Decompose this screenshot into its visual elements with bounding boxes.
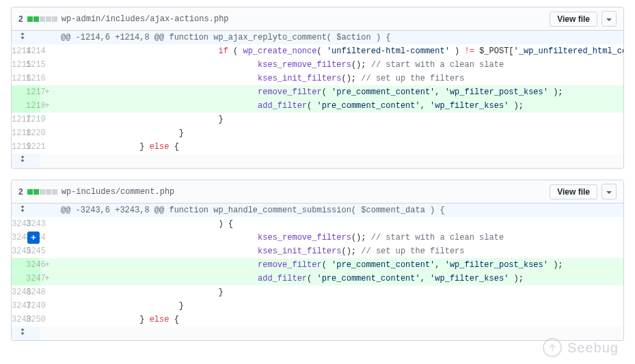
line-number-new[interactable]: 3246 bbox=[26, 258, 40, 272]
diff-line: 1217+ remove_filter( 'pre_comment_conten… bbox=[12, 85, 623, 99]
line-number-new[interactable]: 3244+ bbox=[26, 231, 40, 244]
diff-line: 12171219 } bbox=[12, 113, 623, 126]
line-number-old[interactable]: 1216 bbox=[12, 72, 26, 85]
diff-line: 12191221 } else { bbox=[12, 140, 623, 154]
file-block: 2wp-includes/comment.phpView file@@ -324… bbox=[11, 180, 624, 341]
code-cell: } bbox=[54, 113, 623, 126]
file-block: 2wp-admin/includes/ajax-actions.phpView … bbox=[11, 7, 624, 169]
file-header: 2wp-includes/comment.phpView file bbox=[12, 180, 623, 204]
diff-line: 12161216 kses_init_filters(); // set up … bbox=[12, 72, 623, 85]
diff-line: 1218+ add_filter( 'pre_comment_content',… bbox=[12, 99, 623, 113]
line-number-old[interactable]: 3247 bbox=[12, 299, 26, 313]
line-number-new[interactable]: 3249 bbox=[26, 299, 40, 313]
diffstat bbox=[27, 189, 57, 195]
line-number-old[interactable] bbox=[12, 258, 26, 272]
line-number-new[interactable]: 1219 bbox=[26, 113, 40, 126]
diffstat-added-square bbox=[33, 16, 39, 22]
diff-line: 3247+ add_filter( 'pre_comment_content',… bbox=[12, 272, 623, 285]
expand-row bbox=[12, 154, 623, 167]
line-number-new[interactable]: 1216 bbox=[26, 72, 40, 85]
expand-button[interactable] bbox=[12, 31, 40, 44]
expand-button[interactable] bbox=[12, 326, 40, 340]
line-number-old[interactable]: 3246 bbox=[12, 285, 26, 299]
line-number-old[interactable]: 1215 bbox=[12, 58, 26, 72]
code-cell: add_filter( 'pre_comment_content', 'wp_f… bbox=[54, 272, 623, 285]
expand-icon bbox=[18, 156, 27, 165]
file-options-dropdown[interactable] bbox=[602, 184, 617, 199]
line-number-old[interactable]: 3243 bbox=[12, 217, 26, 231]
diff-line: 32483250 } else { bbox=[12, 313, 623, 326]
diff-line: 12151215 kses_remove_filters(); // start… bbox=[12, 58, 623, 72]
view-file-button[interactable]: View file bbox=[550, 12, 597, 27]
file-path[interactable]: wp-includes/comment.php bbox=[62, 187, 175, 197]
line-number-old[interactable]: 3248 bbox=[12, 313, 26, 326]
expand-button[interactable] bbox=[12, 154, 40, 167]
code-cell: } else { bbox=[54, 313, 623, 326]
change-count: 2 bbox=[18, 14, 23, 24]
expand-button[interactable] bbox=[12, 204, 40, 217]
diff-line: 32433243 ) { bbox=[12, 217, 623, 231]
code-cell: add_filter( 'pre_comment_content', 'wp_f… bbox=[54, 99, 623, 113]
diffstat-neutral-square bbox=[52, 189, 57, 195]
line-number-old[interactable]: 1219 bbox=[12, 140, 26, 154]
code-cell: } bbox=[54, 285, 623, 299]
watermark-text: Seebug bbox=[567, 340, 619, 352]
line-number-new[interactable]: 1215 bbox=[26, 58, 40, 72]
code-cell: } else { bbox=[54, 140, 623, 154]
diffstat-neutral-square bbox=[40, 16, 45, 22]
line-number-old[interactable]: 1214 bbox=[12, 44, 26, 58]
view-file-button[interactable]: View file bbox=[550, 184, 597, 199]
file-options-dropdown[interactable] bbox=[602, 11, 617, 27]
line-number-new[interactable]: 3245 bbox=[26, 244, 40, 258]
line-number-new[interactable]: 3243 bbox=[26, 217, 40, 231]
diffstat-neutral-square bbox=[40, 189, 45, 195]
line-number-old[interactable]: 3245 bbox=[12, 244, 26, 258]
file-header: 2wp-admin/includes/ajax-actions.phpView … bbox=[12, 8, 623, 31]
line-number-new[interactable]: 1217 bbox=[26, 85, 40, 99]
line-number-old[interactable] bbox=[12, 99, 26, 113]
diff-table: @@ -1214,6 +1214,8 @@ function wp_ajax_r… bbox=[12, 31, 623, 167]
code-cell: remove_filter( 'pre_comment_content', 'w… bbox=[54, 85, 623, 99]
diffstat-added-square bbox=[27, 16, 33, 22]
diff-line: 32443244+ kses_remove_filters(); // star… bbox=[12, 231, 623, 244]
hunk-header-text: @@ -3243,6 +3243,8 @@ function wp_handle… bbox=[54, 204, 623, 217]
diffstat bbox=[27, 16, 57, 22]
diff-line: 3246+ remove_filter( 'pre_comment_conten… bbox=[12, 258, 623, 272]
file-path[interactable]: wp-admin/includes/ajax-actions.php bbox=[62, 14, 229, 24]
expand-icon bbox=[18, 206, 27, 215]
horizontal-scrollbar[interactable] bbox=[12, 167, 623, 168]
code-cell: kses_init_filters(); // set up the filte… bbox=[54, 244, 623, 258]
diff-line: 32473249 } bbox=[12, 299, 623, 313]
line-number-new[interactable]: 3250 bbox=[26, 313, 40, 326]
expand-icon bbox=[18, 328, 27, 338]
line-number-old[interactable]: 1218 bbox=[12, 126, 26, 140]
code-cell: kses_remove_filters(); // start with a c… bbox=[54, 231, 623, 244]
watermark: Seebug bbox=[543, 338, 619, 352]
line-number-old[interactable]: 3244 bbox=[12, 231, 26, 244]
line-number-old[interactable]: 1217 bbox=[12, 113, 26, 126]
line-number-new[interactable]: 1221 bbox=[26, 140, 40, 154]
diff-line: 12141214 if ( wp_create_nonce( 'unfilter… bbox=[12, 44, 623, 58]
expand-icon bbox=[18, 33, 27, 42]
line-number-new[interactable]: 3247 bbox=[26, 272, 40, 285]
hunk-header-text: @@ -1214,6 +1214,8 @@ function wp_ajax_r… bbox=[54, 31, 623, 44]
line-number-old[interactable] bbox=[12, 85, 26, 99]
diffstat-added-square bbox=[33, 189, 39, 195]
line-number-new[interactable]: 1214 bbox=[26, 44, 40, 58]
diffstat-neutral-square bbox=[46, 16, 51, 22]
diffstat-neutral-square bbox=[46, 189, 51, 195]
chevron-down-icon bbox=[606, 186, 612, 197]
line-number-new[interactable]: 1218 bbox=[26, 99, 40, 113]
line-number-old[interactable] bbox=[12, 272, 26, 285]
line-number-new[interactable]: 1220 bbox=[26, 126, 40, 140]
code-cell: remove_filter( 'pre_comment_content', 'w… bbox=[54, 258, 623, 272]
code-cell: } bbox=[54, 299, 623, 313]
line-number-new[interactable]: 3248 bbox=[26, 285, 40, 299]
code-cell: } bbox=[54, 126, 623, 140]
expand-row bbox=[12, 326, 623, 340]
add-comment-button[interactable]: + bbox=[27, 232, 40, 244]
diff-line: 12181220 } bbox=[12, 126, 623, 140]
diff-table: @@ -3243,6 +3243,8 @@ function wp_handle… bbox=[12, 204, 623, 340]
code-cell: ) { bbox=[54, 217, 623, 231]
code-cell: if ( wp_create_nonce( 'unfiltered-html-c… bbox=[54, 44, 623, 58]
